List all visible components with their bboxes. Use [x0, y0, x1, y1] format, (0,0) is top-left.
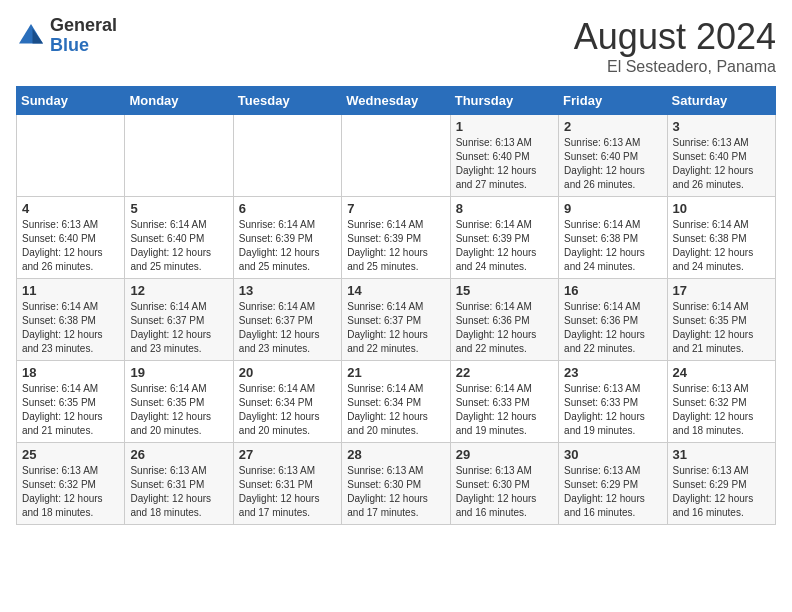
- day-cell: 10Sunrise: 6:14 AM Sunset: 6:38 PM Dayli…: [667, 197, 775, 279]
- day-number: 13: [239, 283, 336, 298]
- day-info: Sunrise: 6:14 AM Sunset: 6:35 PM Dayligh…: [22, 382, 119, 438]
- day-number: 14: [347, 283, 444, 298]
- header-saturday: Saturday: [667, 87, 775, 115]
- day-number: 3: [673, 119, 770, 134]
- day-cell: 14Sunrise: 6:14 AM Sunset: 6:37 PM Dayli…: [342, 279, 450, 361]
- header-sunday: Sunday: [17, 87, 125, 115]
- logo-general: General: [50, 16, 117, 36]
- day-number: 22: [456, 365, 553, 380]
- subtitle: El Sesteadero, Panama: [574, 58, 776, 76]
- day-number: 9: [564, 201, 661, 216]
- day-info: Sunrise: 6:13 AM Sunset: 6:32 PM Dayligh…: [22, 464, 119, 520]
- day-info: Sunrise: 6:14 AM Sunset: 6:35 PM Dayligh…: [130, 382, 227, 438]
- calendar-header-row: SundayMondayTuesdayWednesdayThursdayFrid…: [17, 87, 776, 115]
- day-cell: 15Sunrise: 6:14 AM Sunset: 6:36 PM Dayli…: [450, 279, 558, 361]
- day-cell: 25Sunrise: 6:13 AM Sunset: 6:32 PM Dayli…: [17, 443, 125, 525]
- day-number: 1: [456, 119, 553, 134]
- day-info: Sunrise: 6:13 AM Sunset: 6:31 PM Dayligh…: [239, 464, 336, 520]
- day-number: 5: [130, 201, 227, 216]
- day-cell: 29Sunrise: 6:13 AM Sunset: 6:30 PM Dayli…: [450, 443, 558, 525]
- day-info: Sunrise: 6:13 AM Sunset: 6:29 PM Dayligh…: [673, 464, 770, 520]
- day-cell: 9Sunrise: 6:14 AM Sunset: 6:38 PM Daylig…: [559, 197, 667, 279]
- day-cell: 2Sunrise: 6:13 AM Sunset: 6:40 PM Daylig…: [559, 115, 667, 197]
- day-number: 27: [239, 447, 336, 462]
- day-number: 21: [347, 365, 444, 380]
- day-cell: 6Sunrise: 6:14 AM Sunset: 6:39 PM Daylig…: [233, 197, 341, 279]
- day-info: Sunrise: 6:14 AM Sunset: 6:39 PM Dayligh…: [456, 218, 553, 274]
- week-row-4: 25Sunrise: 6:13 AM Sunset: 6:32 PM Dayli…: [17, 443, 776, 525]
- day-info: Sunrise: 6:13 AM Sunset: 6:40 PM Dayligh…: [22, 218, 119, 274]
- title-block: August 2024 El Sesteadero, Panama: [574, 16, 776, 76]
- day-cell: 20Sunrise: 6:14 AM Sunset: 6:34 PM Dayli…: [233, 361, 341, 443]
- day-info: Sunrise: 6:13 AM Sunset: 6:40 PM Dayligh…: [673, 136, 770, 192]
- day-number: 28: [347, 447, 444, 462]
- day-info: Sunrise: 6:14 AM Sunset: 6:37 PM Dayligh…: [130, 300, 227, 356]
- logo-text: General Blue: [50, 16, 117, 56]
- day-info: Sunrise: 6:13 AM Sunset: 6:29 PM Dayligh…: [564, 464, 661, 520]
- day-cell: 7Sunrise: 6:14 AM Sunset: 6:39 PM Daylig…: [342, 197, 450, 279]
- page-header: General Blue August 2024 El Sesteadero, …: [16, 16, 776, 76]
- day-cell: [233, 115, 341, 197]
- day-cell: 24Sunrise: 6:13 AM Sunset: 6:32 PM Dayli…: [667, 361, 775, 443]
- day-info: Sunrise: 6:14 AM Sunset: 6:38 PM Dayligh…: [22, 300, 119, 356]
- day-cell: 23Sunrise: 6:13 AM Sunset: 6:33 PM Dayli…: [559, 361, 667, 443]
- day-number: 31: [673, 447, 770, 462]
- day-cell: 28Sunrise: 6:13 AM Sunset: 6:30 PM Dayli…: [342, 443, 450, 525]
- day-number: 16: [564, 283, 661, 298]
- week-row-3: 18Sunrise: 6:14 AM Sunset: 6:35 PM Dayli…: [17, 361, 776, 443]
- day-cell: 31Sunrise: 6:13 AM Sunset: 6:29 PM Dayli…: [667, 443, 775, 525]
- day-number: 30: [564, 447, 661, 462]
- day-cell: 8Sunrise: 6:14 AM Sunset: 6:39 PM Daylig…: [450, 197, 558, 279]
- day-cell: 5Sunrise: 6:14 AM Sunset: 6:40 PM Daylig…: [125, 197, 233, 279]
- day-cell: [342, 115, 450, 197]
- day-cell: 12Sunrise: 6:14 AM Sunset: 6:37 PM Dayli…: [125, 279, 233, 361]
- day-number: 19: [130, 365, 227, 380]
- day-info: Sunrise: 6:13 AM Sunset: 6:32 PM Dayligh…: [673, 382, 770, 438]
- day-info: Sunrise: 6:14 AM Sunset: 6:36 PM Dayligh…: [456, 300, 553, 356]
- day-cell: 21Sunrise: 6:14 AM Sunset: 6:34 PM Dayli…: [342, 361, 450, 443]
- day-info: Sunrise: 6:14 AM Sunset: 6:35 PM Dayligh…: [673, 300, 770, 356]
- day-cell: 13Sunrise: 6:14 AM Sunset: 6:37 PM Dayli…: [233, 279, 341, 361]
- day-cell: 4Sunrise: 6:13 AM Sunset: 6:40 PM Daylig…: [17, 197, 125, 279]
- header-wednesday: Wednesday: [342, 87, 450, 115]
- day-number: 7: [347, 201, 444, 216]
- day-info: Sunrise: 6:13 AM Sunset: 6:30 PM Dayligh…: [456, 464, 553, 520]
- header-thursday: Thursday: [450, 87, 558, 115]
- day-info: Sunrise: 6:14 AM Sunset: 6:38 PM Dayligh…: [673, 218, 770, 274]
- day-info: Sunrise: 6:14 AM Sunset: 6:36 PM Dayligh…: [564, 300, 661, 356]
- day-cell: 27Sunrise: 6:13 AM Sunset: 6:31 PM Dayli…: [233, 443, 341, 525]
- day-info: Sunrise: 6:13 AM Sunset: 6:40 PM Dayligh…: [456, 136, 553, 192]
- day-number: 12: [130, 283, 227, 298]
- day-number: 2: [564, 119, 661, 134]
- day-info: Sunrise: 6:14 AM Sunset: 6:40 PM Dayligh…: [130, 218, 227, 274]
- day-info: Sunrise: 6:14 AM Sunset: 6:34 PM Dayligh…: [347, 382, 444, 438]
- day-cell: [125, 115, 233, 197]
- day-number: 10: [673, 201, 770, 216]
- logo: General Blue: [16, 16, 117, 56]
- day-number: 29: [456, 447, 553, 462]
- day-info: Sunrise: 6:13 AM Sunset: 6:31 PM Dayligh…: [130, 464, 227, 520]
- header-friday: Friday: [559, 87, 667, 115]
- day-cell: 11Sunrise: 6:14 AM Sunset: 6:38 PM Dayli…: [17, 279, 125, 361]
- day-info: Sunrise: 6:14 AM Sunset: 6:38 PM Dayligh…: [564, 218, 661, 274]
- day-cell: 30Sunrise: 6:13 AM Sunset: 6:29 PM Dayli…: [559, 443, 667, 525]
- day-info: Sunrise: 6:14 AM Sunset: 6:37 PM Dayligh…: [347, 300, 444, 356]
- day-info: Sunrise: 6:13 AM Sunset: 6:30 PM Dayligh…: [347, 464, 444, 520]
- header-tuesday: Tuesday: [233, 87, 341, 115]
- day-info: Sunrise: 6:14 AM Sunset: 6:33 PM Dayligh…: [456, 382, 553, 438]
- day-cell: [17, 115, 125, 197]
- day-cell: 3Sunrise: 6:13 AM Sunset: 6:40 PM Daylig…: [667, 115, 775, 197]
- calendar-table: SundayMondayTuesdayWednesdayThursdayFrid…: [16, 86, 776, 525]
- day-number: 8: [456, 201, 553, 216]
- day-number: 24: [673, 365, 770, 380]
- day-info: Sunrise: 6:13 AM Sunset: 6:40 PM Dayligh…: [564, 136, 661, 192]
- day-cell: 19Sunrise: 6:14 AM Sunset: 6:35 PM Dayli…: [125, 361, 233, 443]
- day-number: 23: [564, 365, 661, 380]
- day-info: Sunrise: 6:14 AM Sunset: 6:39 PM Dayligh…: [347, 218, 444, 274]
- day-number: 20: [239, 365, 336, 380]
- day-number: 26: [130, 447, 227, 462]
- day-info: Sunrise: 6:13 AM Sunset: 6:33 PM Dayligh…: [564, 382, 661, 438]
- day-number: 11: [22, 283, 119, 298]
- header-monday: Monday: [125, 87, 233, 115]
- week-row-2: 11Sunrise: 6:14 AM Sunset: 6:38 PM Dayli…: [17, 279, 776, 361]
